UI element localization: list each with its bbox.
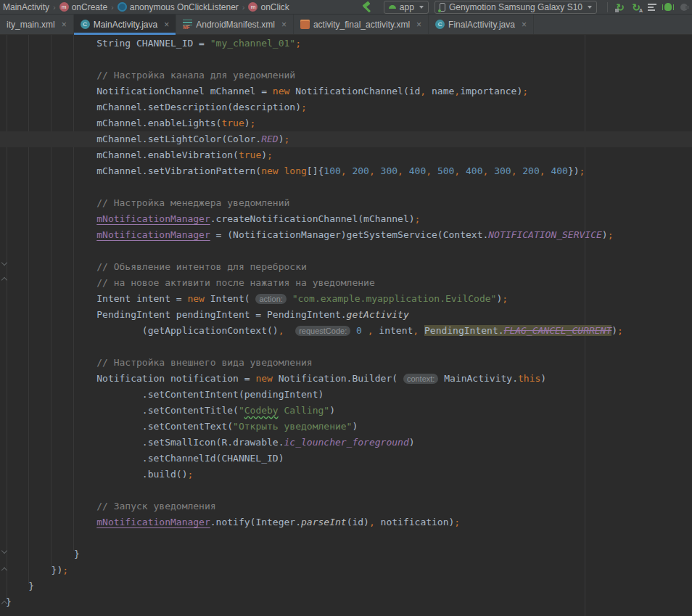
code-line: NotificationChannel mChannel = new Notif… [0,83,692,99]
code-token: String CHANNEL_ID = [6,38,210,49]
code-token: // Настройка канала для уведомлений [6,70,295,81]
code-line: // Настройка внешнего вида уведомления [0,355,692,371]
close-tab-icon[interactable]: × [416,20,421,29]
apply-code-changes-button[interactable]: ↻ A [628,1,644,14]
code-token: Intent intent = [6,293,187,304]
fold-marker-icon[interactable] [1,276,7,282]
tab-label: MainActivity.java [94,20,157,30]
code-token: long [284,165,307,176]
breadcrumb: MainActivity›monCreate›anonymous OnClick… [0,2,291,12]
manifest-file-icon: MF [183,20,192,29]
device-selector-label: Genymotion Samsung Galaxy S10 [449,2,582,12]
code-token: , [483,165,495,176]
code-token: mChannel.enableVibration( [6,149,239,160]
code-line: // на новое активити после нажатия на ув… [0,275,692,291]
code-token: new [261,165,278,176]
hammer-handle [364,6,371,12]
close-tab-icon[interactable]: × [281,20,287,29]
tab-FinalActtivity.java[interactable]: CFinalActtivity.java× [429,15,534,34]
debug-button[interactable] [660,1,676,14]
tab-ity_main.xml[interactable]: ity_main.xml× [0,15,74,34]
breadcrumb-label: MainActivity [3,2,49,12]
code-line [0,339,692,355]
code-token: intent [374,325,413,336]
fold-marker-icon[interactable] [1,548,7,554]
code-token: Notification.Builder( [273,373,403,384]
fold-marker-icon[interactable] [1,599,7,606]
code-line: // Обьявление интентов для переброски [0,259,692,275]
code-token: ) [602,229,608,240]
chevron-down-icon [588,6,592,9]
editor-pane: String CHANNEL_ID = "my_channel_01"; // … [0,35,692,616]
close-tab-icon[interactable]: × [62,20,67,29]
code-token [6,229,96,240]
close-tab-icon[interactable]: × [164,20,169,29]
tab-activity_final_acttivity.xml[interactable]: activity_final_acttivity.xml× [294,15,429,34]
code-line [0,482,692,498]
code-token: NOTIFICATION_SERVICE [488,229,602,240]
code-line: mChannel.enableVibration(true); [0,147,692,163]
code-token: parseInt [301,517,347,527]
code-token: mNotificationManager [96,517,210,527]
code-token: ) [352,421,358,432]
code-line: mNotificationManager.notify(Integer.pars… [0,514,692,530]
run-configuration-label: app [400,2,414,12]
code-token: ) [409,437,415,448]
code-line: mChannel.setDescription(description); [0,99,692,115]
code-token: action: [255,294,286,304]
code-token: ; [301,102,307,112]
code-token: , [369,517,375,527]
apply-changes-a-overlay: A [639,8,643,13]
code-token: true [239,149,261,160]
tab-label: FinalActtivity.java [448,20,515,30]
code-line: } [0,546,692,562]
code-token: new [273,86,289,96]
method-icon: m [248,2,258,12]
profiler-button[interactable] [644,1,660,14]
breadcrumb-label: onClick [260,2,289,12]
code-token: " [239,405,244,416]
code-token: PendingIntent. [424,325,504,336]
breadcrumb-item[interactable]: anonymous OnClickListener [116,2,240,12]
fold-marker-icon[interactable] [1,260,7,266]
code-token: mChannel.enableLights( [6,118,221,128]
breadcrumb-item[interactable]: MainActivity [1,2,51,12]
tab-MainActivity.java[interactable]: CMainActivity.java× [74,15,177,34]
code-token: , [540,165,551,176]
breadcrumb-item[interactable]: monClick [247,2,290,12]
code-token: new [255,373,272,384]
code-token: ; [502,293,508,304]
code-token: ic_louncher_foreground [284,437,409,448]
code-token [419,325,424,336]
code-token: 300 [381,165,398,176]
run-configuration-dropdown[interactable]: app [384,1,429,14]
code-area[interactable]: String CHANNEL_ID = "my_channel_01"; // … [0,35,692,610]
code-token: // Настройка менеджера уведомлений [6,197,289,208]
code-token: "Открыть уведомление" [233,421,352,432]
code-line: }); [0,562,692,578]
breadcrumb-label: onCreate [72,2,107,12]
code-token: // Обьявление интентов для переброски [6,261,307,272]
code-token: = (NotificationManager)getSystemService(… [210,229,489,240]
ide-window: MainActivity›monCreate›anonymous OnClick… [0,0,692,616]
build-hammer-icon[interactable] [361,1,374,13]
toolbar-separator [607,2,608,12]
code-line: mNotificationManager = (NotificationMana… [0,227,692,243]
close-tab-icon[interactable]: × [522,20,527,29]
code-token: .notify(Integer. [210,517,301,527]
code-line: .setChannelId(CHANNEL_ID) [0,451,692,467]
code-token: 100 [324,165,340,176]
code-token: 300 [494,165,511,176]
code-token: NotificationChannel mChannel = [6,86,273,96]
code-token: ; [284,134,290,144]
fold-marker-icon[interactable] [1,566,7,572]
device-selector-dropdown[interactable]: Genymotion Samsung Galaxy S10 [434,1,597,14]
attach-debugger-button[interactable] [676,1,692,14]
code-token: (getApplicationContext() [6,325,279,336]
tab-AndroidManifest.xml[interactable]: MFAndroidManifest.xml× [176,15,294,34]
code-token: .setChannelId(CHANNEL_ID) [6,453,284,464]
rerun-button[interactable]: ↻ [612,1,628,14]
code-line: } [0,578,692,594]
breadcrumb-item[interactable]: monCreate [58,2,109,12]
code-token: .createNotificationChannel(mChannel) [210,213,415,224]
